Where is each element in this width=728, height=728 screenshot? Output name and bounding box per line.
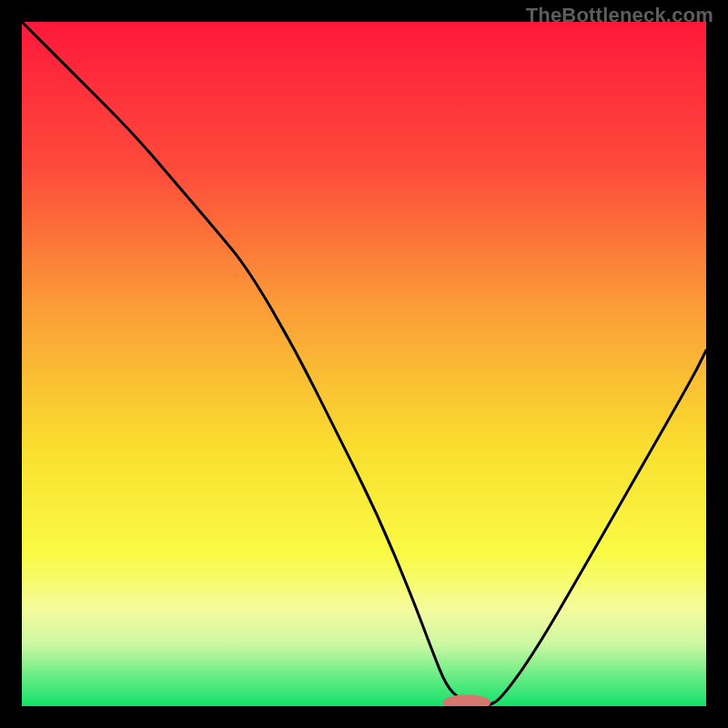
bottleneck-chart [22,22,706,706]
chart-frame: { "watermark": "TheBottleneck.com", "col… [0,0,728,728]
